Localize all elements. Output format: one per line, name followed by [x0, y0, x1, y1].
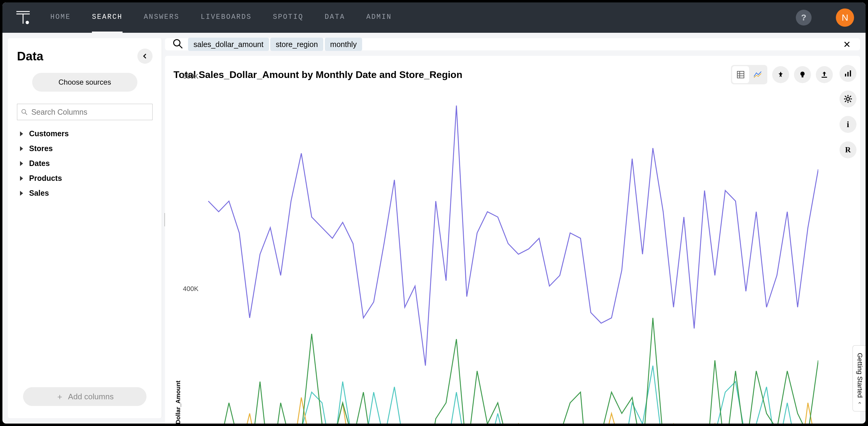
- svg-line-28: [850, 101, 851, 102]
- svg-rect-8: [737, 71, 744, 78]
- getting-started-tab[interactable]: Getting Started ‹: [852, 345, 866, 412]
- y-tick: 400K: [183, 285, 198, 293]
- tree-item-stores[interactable]: Stores: [20, 141, 150, 156]
- r-analysis-button[interactable]: R: [839, 142, 857, 158]
- view-toggle: [731, 65, 767, 84]
- tree-item-sales[interactable]: Sales: [20, 186, 150, 201]
- clear-search-button[interactable]: ✕: [841, 38, 853, 50]
- chart-plot[interactable]: 0200K400K600K: [183, 84, 818, 424]
- plus-icon: ＋: [56, 391, 64, 402]
- tree-item-products[interactable]: Products: [20, 171, 150, 186]
- nav-spotiq[interactable]: SPOTIQ: [273, 2, 304, 33]
- chart-card: Total Sales_Dollar_Amount by Monthly Dat…: [165, 56, 860, 424]
- caret-right-icon: [20, 161, 23, 166]
- svg-point-6: [174, 40, 180, 46]
- logo[interactable]: [14, 8, 32, 27]
- tree-item-customers[interactable]: Customers: [20, 126, 150, 141]
- nav-home[interactable]: HOME: [50, 2, 71, 33]
- getting-started-label: Getting Started: [856, 353, 864, 398]
- series-west[interactable]: [208, 105, 818, 366]
- pin-button[interactable]: [772, 66, 789, 83]
- svg-rect-14: [822, 77, 827, 78]
- svg-point-12: [800, 71, 805, 76]
- settings-button[interactable]: [839, 90, 857, 108]
- y-tick: 600K: [183, 72, 198, 81]
- svg-line-7: [179, 45, 183, 49]
- caret-right-icon: [20, 191, 23, 196]
- tree-label: Customers: [29, 129, 69, 138]
- avatar[interactable]: N: [836, 8, 854, 27]
- svg-line-27: [845, 96, 846, 97]
- data-panel: Data Choose sources CustomersStoresDates…: [8, 38, 162, 418]
- panel-title: Data: [17, 50, 43, 63]
- tree-label: Sales: [29, 189, 49, 197]
- search-token[interactable]: monthly: [325, 38, 363, 51]
- search-token[interactable]: sales_dollar_amount: [188, 38, 269, 51]
- nav-search[interactable]: SEARCH: [92, 2, 123, 33]
- caret-right-icon: [20, 176, 23, 181]
- search-bar[interactable]: sales_dollar_amount store_region monthly…: [165, 38, 860, 50]
- top-nav: HOMESEARCHANSWERSLIVEBOARDSSPOTIQDATAADM…: [2, 2, 866, 33]
- svg-point-22: [846, 97, 849, 100]
- nav-answers[interactable]: ANSWERS: [144, 2, 180, 33]
- svg-line-30: [850, 96, 851, 97]
- share-button[interactable]: [816, 66, 833, 83]
- chart-view-button[interactable]: [749, 66, 766, 83]
- series-south[interactable]: [208, 397, 818, 424]
- choose-sources-button[interactable]: Choose sources: [32, 73, 137, 92]
- chevron-left-icon: ‹: [857, 402, 863, 404]
- tree-label: Dates: [29, 159, 50, 168]
- search-icon: [21, 108, 28, 116]
- add-columns-button[interactable]: ＋ Add columns: [23, 387, 147, 406]
- svg-rect-19: [845, 74, 846, 77]
- caret-right-icon: [20, 131, 23, 136]
- caret-right-icon: [20, 146, 23, 151]
- tree-label: Stores: [29, 144, 53, 153]
- spotiq-button[interactable]: [794, 66, 811, 83]
- column-search[interactable]: [17, 104, 153, 120]
- nav-admin[interactable]: ADMIN: [366, 2, 392, 33]
- tree-item-dates[interactable]: Dates: [20, 156, 150, 171]
- add-columns-label: Add columns: [68, 392, 114, 401]
- series-midwest[interactable]: [208, 366, 818, 424]
- tree-label: Products: [29, 174, 62, 183]
- svg-rect-20: [847, 72, 848, 77]
- svg-rect-13: [802, 75, 803, 78]
- chart-title: Total Sales_Dollar_Amount by Monthly Dat…: [174, 69, 462, 81]
- svg-point-3: [26, 21, 29, 24]
- collapse-panel-button[interactable]: [137, 49, 153, 64]
- help-button[interactable]: ?: [796, 10, 812, 26]
- chart-config-button[interactable]: [839, 65, 857, 82]
- column-search-input[interactable]: [31, 108, 149, 117]
- info-button[interactable]: i: [839, 116, 857, 133]
- svg-rect-21: [850, 70, 851, 77]
- svg-line-29: [845, 101, 846, 102]
- nav-liveboards[interactable]: LIVEBOARDS: [201, 2, 252, 33]
- nav-data[interactable]: DATA: [325, 2, 345, 33]
- table-view-button[interactable]: [732, 66, 749, 83]
- svg-line-5: [25, 113, 27, 115]
- y-axis-title: Total Sales_Dollar_Amount: [174, 84, 183, 424]
- search-token[interactable]: store_region: [270, 38, 323, 51]
- search-icon: [172, 38, 183, 50]
- svg-point-4: [22, 110, 26, 114]
